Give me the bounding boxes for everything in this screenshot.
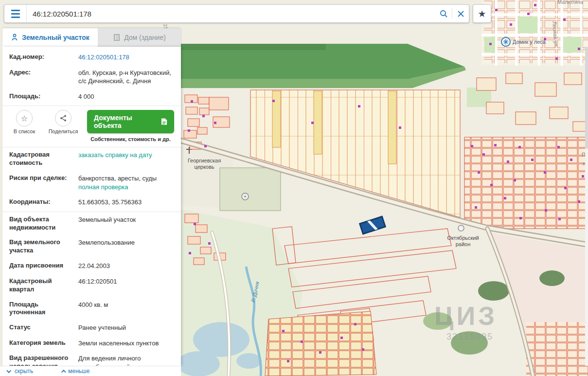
- search-button[interactable]: [435, 5, 452, 22]
- less-details-button[interactable]: меньше: [61, 368, 89, 375]
- full-check-link[interactable]: полная проверка: [78, 183, 128, 192]
- row-value: Земли населенных пунктов: [78, 339, 174, 348]
- add-to-list-label: В список: [14, 128, 36, 134]
- building-icon: [113, 34, 121, 41]
- row-value: Для ведения личного подсобного хозяйства: [78, 354, 174, 366]
- row-label: Вид земельного участка: [9, 238, 78, 255]
- search-input[interactable]: [27, 5, 435, 22]
- church-label-2: церковь: [194, 164, 214, 170]
- row-cadastral-value: Кадастровая стоимость заказать справку н…: [2, 147, 181, 171]
- share-label: Поделиться: [49, 128, 78, 134]
- object-tabs: Земельный участок Дом (здание): [2, 28, 181, 47]
- search-icon: [439, 9, 448, 18]
- row-label: Площадь уточненная: [9, 301, 78, 317]
- row-label: Адрес:: [9, 69, 78, 86]
- clear-search-button[interactable]: [452, 5, 469, 22]
- row-permitted-use: Вид разрешенного использования Для веден…: [2, 351, 181, 366]
- row-label: Площадь:: [9, 92, 78, 101]
- row-value: 4 000: [78, 92, 174, 101]
- row-label: Вид объекта недвижимости: [9, 215, 78, 232]
- row-label: Кад.номер:: [9, 53, 78, 62]
- tab-land-label: Земельный участок: [22, 34, 89, 41]
- bottom-village: [265, 311, 376, 376]
- row-deal-risks: Риски при сделке: банкротства, аресты, с…: [2, 171, 181, 195]
- search-bar: [4, 4, 469, 23]
- less-label: меньше: [68, 368, 89, 375]
- row-value: Земельный участок: [78, 215, 174, 232]
- right-village-grid: [464, 137, 588, 229]
- row-label: Дата присвоения: [9, 262, 78, 270]
- corner-grid: [526, 322, 588, 376]
- row-area: Площадь: 4 000: [2, 89, 181, 107]
- poi-house-label: Домик у леса: [513, 39, 546, 45]
- gray-poi-marker[interactable]: [242, 193, 249, 200]
- tab-land-parcel[interactable]: Земельный участок: [2, 28, 98, 47]
- parcel-person-icon: [11, 34, 18, 41]
- add-to-list-button[interactable]: ☆ В список: [9, 110, 39, 134]
- row-coordinates: Координаты: 51.663053, 35.756363: [2, 195, 181, 212]
- row-value: 46:12:020501: [78, 277, 174, 294]
- row-value: Землепользование: [78, 238, 174, 255]
- watermark-text: ЦИЗ: [434, 301, 498, 330]
- cad-number-link[interactable]: 46:12:020501:178: [78, 54, 129, 61]
- panel-scrollbar[interactable]: [585, 47, 588, 366]
- row-object-type: Вид объекта недвижимости Земельный участ…: [2, 212, 181, 235]
- star-circle-icon: ☆: [16, 110, 33, 126]
- row-address: Адрес: обл. Курская, р-н Курчатовский, с…: [2, 65, 181, 89]
- district-label-1: Октябрьский: [447, 235, 479, 241]
- row-land-category: Категория земель Земли населенных пункто…: [2, 336, 181, 351]
- documents-subtitle: Собственник, стоимость и др.: [90, 136, 171, 142]
- menu-button[interactable]: [4, 5, 27, 22]
- order-report-link[interactable]: заказать справку на дату: [78, 151, 152, 160]
- row-cadastral-block: Кадастровый квартал 46:12:020501: [2, 274, 181, 297]
- malyutina-label: Малютина: [557, 0, 584, 5]
- row-label: Вид разрешенного использования: [9, 354, 78, 366]
- row-label: Статус: [9, 323, 78, 332]
- object-documents-button[interactable]: Документы объекта Собственник, стоимость…: [87, 110, 174, 142]
- hide-label: скрыть: [15, 368, 33, 375]
- tab-building[interactable]: Дом (здание): [98, 28, 181, 47]
- documents-button-label: Документы объекта: [94, 114, 157, 129]
- tab-building-label: Дом (здание): [124, 34, 166, 41]
- row-value: 22.04.2003: [78, 262, 174, 270]
- favorites-button[interactable]: ★: [473, 4, 491, 23]
- row-value: 4000 кв. м: [78, 301, 174, 317]
- actions-row: ☆ В список Поделиться Документы объекта: [2, 106, 181, 147]
- row-label: Риски при сделке:: [9, 174, 78, 191]
- row-cad-number: Кад.номер: 46:12:020501:178: [2, 50, 181, 65]
- row-value: Ранее учтенный: [78, 323, 174, 332]
- close-icon: [458, 11, 464, 17]
- row-value: банкротства, аресты, суды: [78, 174, 174, 183]
- hide-panel-button[interactable]: скрыть: [8, 368, 33, 375]
- row-value: 51.663053, 35.756363: [78, 198, 174, 207]
- chevron-down-icon: [6, 368, 11, 373]
- document-icon: [161, 118, 167, 125]
- share-button[interactable]: Поделиться: [48, 110, 78, 134]
- hamburger-icon: [11, 9, 20, 19]
- row-parcel-type: Вид земельного участка Землепользование: [2, 235, 181, 258]
- church-grounds: [220, 168, 281, 211]
- row-value: обл. Курская, р-н Курчатовский, с/с Дичн…: [78, 69, 174, 86]
- row-label: Координаты:: [9, 198, 78, 207]
- forest-area: [180, 44, 466, 88]
- share-icon: [55, 110, 71, 126]
- row-label: Кадастровый квартал: [9, 277, 78, 294]
- chevron-up-icon: [61, 369, 66, 374]
- info-panel: Кад.номер: 46:12:020501:178 Адрес: обл. …: [2, 47, 181, 366]
- church-label-1: Георгиевская: [188, 158, 221, 163]
- row-assign-date: Дата присвоения 22.04.2003: [2, 258, 181, 274]
- row-status: Статус Ранее учтенный: [2, 320, 181, 336]
- row-label: Кадастровая стоимость: [9, 151, 78, 167]
- row-refined-area: Площадь уточненная 4000 кв. м: [2, 297, 181, 321]
- star-icon: ★: [478, 8, 486, 19]
- district-marker[interactable]: [458, 225, 464, 231]
- row-label: Категория земель: [9, 339, 78, 348]
- panel-footer: скрыть меньше: [0, 366, 181, 376]
- district-label-2: район: [456, 241, 471, 247]
- watermark-number: 32135095: [446, 332, 493, 341]
- poi-house-icon[interactable]: [501, 37, 510, 46]
